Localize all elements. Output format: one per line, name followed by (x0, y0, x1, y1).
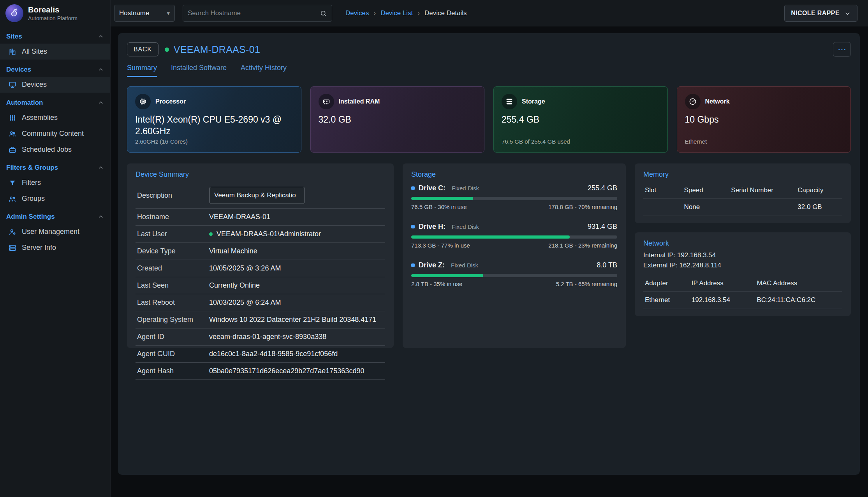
sidebar-section-header-filters-groups[interactable]: Filters & Groups (0, 160, 110, 175)
chevron-up-icon (98, 67, 104, 73)
table-row: Hostname VEEAM-DRAAS-01 (136, 209, 385, 226)
logo-text: Borealis Automation Platform (28, 5, 77, 21)
breadcrumb-devices[interactable]: Devices (345, 9, 369, 17)
table-row: Ethernet 192.168.3.54 BC:24:11:CA:C6:2C (643, 292, 842, 309)
funnel-icon (9, 179, 16, 187)
sidebar-section-header-automation[interactable]: Automation (0, 95, 110, 110)
device-details-card: BACK VEEAM-DRAAS-01 ⋯ Summary Installed … (118, 33, 860, 475)
stat-value: 32.0 GB (319, 114, 477, 126)
panel-title: Memory (643, 170, 842, 179)
cpu-chip-icon (135, 94, 151, 109)
storage-stack-icon (502, 94, 517, 109)
device-name: VEEAM-DRAAS-01 (174, 44, 260, 55)
table-row: Agent GUID de16c0c1-8aa2-4d18-9585-9ce91… (136, 346, 385, 363)
sidebar: Borealis Automation Platform Sites All S… (0, 0, 111, 497)
sidebar-item-user-management[interactable]: User Management (0, 224, 110, 240)
server-icon (9, 244, 16, 252)
sidebar-item-community-content[interactable]: Community Content (0, 126, 110, 142)
drive-usage-bar (411, 274, 617, 277)
drive-usage-bar (411, 235, 617, 239)
community-people-icon (9, 130, 16, 138)
sidebar-item-scheduled-jobs[interactable]: Scheduled Jobs (0, 142, 110, 158)
table-row: Last Reboot 10/03/2025 @ 6:24 AM (136, 294, 385, 311)
sidebar-section-header-sites[interactable]: Sites (0, 29, 110, 44)
network-table-header: Adapter IP Address MAC Address (643, 276, 842, 292)
panel-title: Storage (411, 170, 617, 179)
chevron-down-icon (844, 10, 851, 17)
drive-usage-fill (411, 274, 483, 277)
back-button[interactable]: BACK (127, 42, 158, 56)
search-input[interactable] (188, 9, 320, 17)
devices-monitor-icon (9, 81, 16, 89)
tabs: Summary Installed Software Activity Hist… (127, 64, 851, 77)
user-name: NICOLE RAPPE (791, 10, 840, 17)
panel-title: Device Summary (136, 170, 385, 179)
borealis-rabbit-logo (5, 4, 23, 22)
sidebar-item-label: Devices (22, 81, 47, 89)
stat-value: 10 Gbps (685, 114, 843, 126)
sidebar-item-filters[interactable]: Filters (0, 175, 110, 191)
gauge-icon (685, 94, 701, 109)
drive-bullet-icon (411, 263, 415, 267)
sidebar-item-label: Scheduled Jobs (22, 146, 72, 154)
logo-row: Borealis Automation Platform (0, 0, 110, 26)
drive-bullet-icon (411, 225, 415, 228)
table-row: Operating System Windows 10 2022 Datacen… (136, 311, 385, 328)
breadcrumb-separator (417, 9, 420, 17)
stat-footer: 2.60GHz (16-Cores) (135, 138, 293, 145)
tab-summary[interactable]: Summary (127, 64, 157, 77)
sidebar-item-label: Server Info (22, 244, 56, 252)
sidebar-item-devices[interactable]: Devices (0, 77, 110, 93)
device-summary-panel: Device Summary Description Hostname VEEA… (127, 163, 394, 348)
drive-usage-fill (411, 197, 473, 200)
hostname-filter-value: Hostname (119, 9, 149, 17)
table-row: Last Seen Currently Online (136, 277, 385, 294)
stat-footer: Ethernet (685, 138, 843, 145)
sidebar-item-label: All Sites (22, 47, 47, 56)
table-row: Created 10/05/2025 @ 3:26 AM (136, 260, 385, 277)
description-input[interactable] (209, 187, 305, 204)
chevron-up-icon (98, 165, 104, 171)
stat-footer (319, 138, 477, 145)
sidebar-item-groups[interactable]: Groups (0, 191, 110, 207)
drive-h-block: Drive H: Fixed Disk 931.4 GB 713.3 GB - … (411, 223, 617, 249)
caret-down-icon (167, 9, 170, 17)
storage-panel: Storage Drive C: Fixed Disk 255.4 GB 76.… (403, 163, 626, 348)
installed-ram-card: Installed RAM 32.0 GB (310, 86, 485, 153)
stat-card-row: Processor Intel(R) Xeon(R) CPU E5-2690 v… (127, 86, 851, 153)
user-gear-icon (9, 228, 16, 236)
breadcrumb-device-list[interactable]: Device List (380, 9, 413, 17)
more-actions-button[interactable]: ⋯ (833, 42, 851, 57)
table-row: None 32.0 GB (643, 198, 842, 216)
sidebar-item-label: Assemblies (22, 114, 58, 122)
sidebar-section-header-devices[interactable]: Devices (0, 62, 110, 77)
stat-title: Installed RAM (339, 98, 380, 105)
hostname-filter-select[interactable]: Hostname (114, 5, 175, 22)
briefcase-icon (9, 146, 16, 154)
sidebar-item-assemblies[interactable]: Assemblies (0, 110, 110, 126)
sidebar-section-admin-settings: Admin Settings User Management Server (0, 209, 110, 256)
search-box (183, 5, 332, 22)
sidebar-section-header-admin-settings[interactable]: Admin Settings (0, 209, 110, 224)
sidebar-section-automation: Automation Assemblies Comm (0, 95, 110, 158)
building-icon (9, 48, 16, 56)
stat-title: Processor (155, 98, 186, 105)
drive-usage-fill (411, 235, 570, 239)
drive-c-block: Drive C: Fixed Disk 255.4 GB 76.5 GB - 3… (411, 184, 617, 210)
search-icon[interactable] (320, 10, 327, 17)
tab-installed-software[interactable]: Installed Software (171, 64, 227, 77)
internal-ip: Internal IP: 192.168.3.54 (643, 251, 842, 259)
main-content: BACK VEEAM-DRAAS-01 ⋯ Summary Installed … (111, 26, 868, 497)
processor-card: Processor Intel(R) Xeon(R) CPU E5-2690 v… (127, 86, 301, 153)
panels-row: Device Summary Description Hostname VEEA… (127, 163, 851, 348)
sidebar-section-sites: Sites All Sites (0, 29, 110, 60)
tab-activity-history[interactable]: Activity History (241, 64, 287, 77)
memory-table-header: Slot Speed Serial Number Capacity (643, 183, 842, 198)
table-row: Agent ID veeam-draas-01-agent-svc-8930a3… (136, 328, 385, 346)
sidebar-item-all-sites[interactable]: All Sites (0, 44, 110, 60)
user-menu-button[interactable]: NICOLE RAPPE (784, 5, 857, 22)
sidebar-item-server-info[interactable]: Server Info (0, 240, 110, 256)
table-row: Agent Hash 05ba0e7935171d626ecea29b27d7a… (136, 363, 385, 380)
online-status-dot (209, 232, 213, 236)
stat-footer: 76.5 GB of 255.4 GB used (502, 138, 660, 145)
